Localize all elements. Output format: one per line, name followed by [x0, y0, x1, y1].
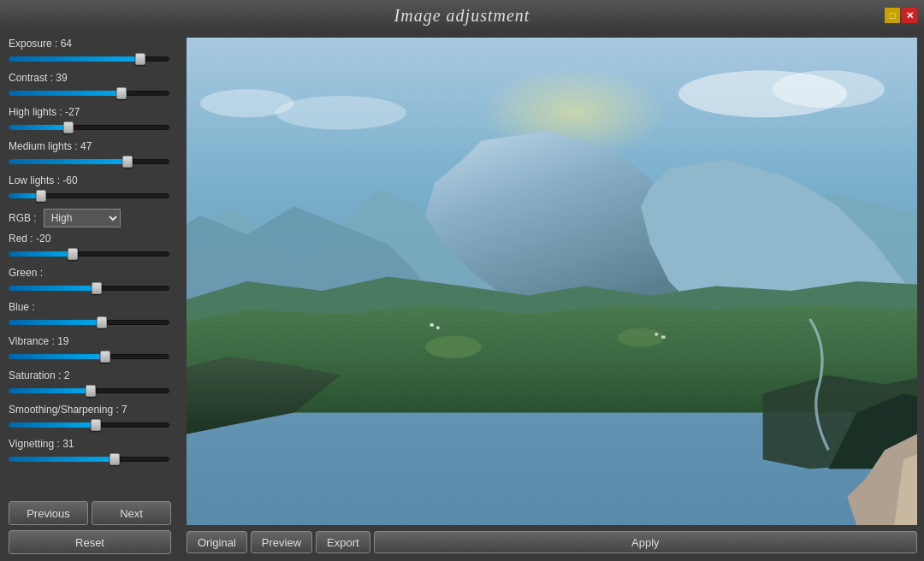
blue-control: Blue :	[9, 301, 171, 332]
medlights-control: Medium lights : 47	[9, 140, 171, 171]
preview-button[interactable]: Preview	[251, 531, 312, 553]
app-title: Image adjustment	[394, 6, 530, 26]
mountain-image	[187, 38, 917, 525]
vibrance-control: Vibrance : 19	[9, 335, 171, 366]
vibrance-label: Vibrance : 19	[9, 335, 171, 347]
lowlights-slider-container	[9, 190, 169, 202]
blue-slider-container	[9, 316, 169, 328]
green-fill	[9, 286, 97, 291]
window-controls: □ ✕	[885, 8, 917, 23]
red-slider-container	[9, 248, 169, 260]
left-panel: Exposure : 64 Contrast : 39 High lights …	[0, 31, 180, 561]
smoothing-label: Smoothing/Sharpening : 7	[9, 404, 171, 416]
smoothing-fill	[9, 422, 96, 428]
vibrance-slider-container	[9, 351, 169, 363]
highlights-control: High lights : -27	[9, 106, 171, 137]
svg-point-18	[618, 328, 665, 347]
smoothing-thumb[interactable]	[91, 419, 101, 431]
original-button[interactable]: Original	[187, 531, 247, 553]
image-container	[187, 38, 917, 525]
vignetting-slider-container	[9, 453, 169, 465]
svg-rect-19	[430, 323, 434, 326]
green-label: Green :	[9, 267, 171, 279]
contrast-slider-container	[9, 87, 169, 99]
svg-point-5	[200, 89, 294, 117]
blue-thumb[interactable]	[97, 316, 107, 328]
lowlights-control: Low lights : -60	[9, 174, 171, 205]
blue-label: Blue :	[9, 301, 171, 313]
vibrance-fill	[9, 354, 105, 359]
export-button[interactable]: Export	[316, 531, 370, 553]
red-label: Red : -20	[9, 233, 171, 245]
right-panel: Original Preview Export Apply	[180, 31, 924, 561]
main-layout: Exposure : 64 Contrast : 39 High lights …	[0, 31, 924, 561]
title-bar: Image adjustment □ ✕	[0, 0, 924, 31]
svg-rect-21	[655, 333, 658, 335]
saturation-label: Saturation : 2	[9, 369, 171, 381]
exposure-thumb[interactable]	[135, 53, 145, 65]
saturation-fill	[9, 388, 91, 393]
reset-button[interactable]: Reset	[9, 530, 171, 554]
previous-button[interactable]: Previous	[9, 501, 88, 525]
vignetting-label: Vignetting : 31	[9, 438, 171, 450]
bottom-bar: Original Preview Export Apply	[187, 530, 917, 554]
rgb-label: RGB :	[9, 212, 37, 224]
rgb-select[interactable]: Low Medium High	[44, 209, 121, 227]
medlights-thumb[interactable]	[122, 156, 133, 168]
left-bottom-buttons: Previous Next Reset	[9, 501, 171, 554]
green-slider-container	[9, 282, 169, 294]
rgb-control: RGB : Low Medium High	[9, 209, 171, 227]
green-control: Green :	[9, 267, 171, 298]
contrast-control: Contrast : 39	[9, 72, 171, 103]
lowlights-thumb[interactable]	[36, 190, 46, 202]
contrast-label: Contrast : 39	[9, 72, 171, 84]
close-button[interactable]: ✕	[902, 8, 917, 23]
vignetting-control: Vignetting : 31	[9, 438, 171, 469]
svg-point-3	[773, 70, 886, 108]
exposure-label: Exposure : 64	[9, 38, 171, 50]
highlights-thumb[interactable]	[63, 121, 74, 133]
saturation-control: Saturation : 2	[9, 369, 171, 400]
svg-point-4	[275, 96, 406, 129]
vignetting-fill	[9, 457, 115, 462]
medlights-slider-container	[9, 156, 169, 168]
lowlights-label: Low lights : -60	[9, 174, 171, 186]
highlights-slider-container	[9, 121, 169, 133]
saturation-thumb[interactable]	[86, 385, 96, 397]
red-fill	[9, 251, 73, 257]
highlights-fill	[9, 125, 68, 130]
medlights-fill	[9, 159, 127, 164]
nav-buttons: Previous Next	[9, 501, 171, 525]
blue-fill	[9, 320, 102, 325]
green-thumb[interactable]	[92, 282, 102, 294]
next-button[interactable]: Next	[92, 501, 171, 525]
smoothing-slider-container	[9, 419, 169, 431]
vignetting-thumb[interactable]	[110, 453, 120, 465]
highlights-label: High lights : -27	[9, 106, 171, 118]
medlights-label: Medium lights : 47	[9, 140, 171, 152]
exposure-slider-container	[9, 53, 169, 65]
red-control: Red : -20	[9, 233, 171, 263]
vibrance-thumb[interactable]	[100, 351, 110, 363]
minimize-button[interactable]: □	[885, 8, 900, 23]
svg-rect-20	[436, 327, 439, 329]
contrast-thumb[interactable]	[116, 87, 127, 99]
red-thumb[interactable]	[68, 248, 78, 260]
svg-rect-22	[661, 336, 665, 339]
apply-button[interactable]: Apply	[374, 531, 917, 553]
exposure-fill	[9, 56, 140, 62]
exposure-control: Exposure : 64	[9, 38, 171, 68]
saturation-slider-container	[9, 385, 169, 397]
svg-point-17	[425, 336, 482, 358]
contrast-fill	[9, 91, 121, 96]
smoothing-control: Smoothing/Sharpening : 7	[9, 404, 171, 434]
